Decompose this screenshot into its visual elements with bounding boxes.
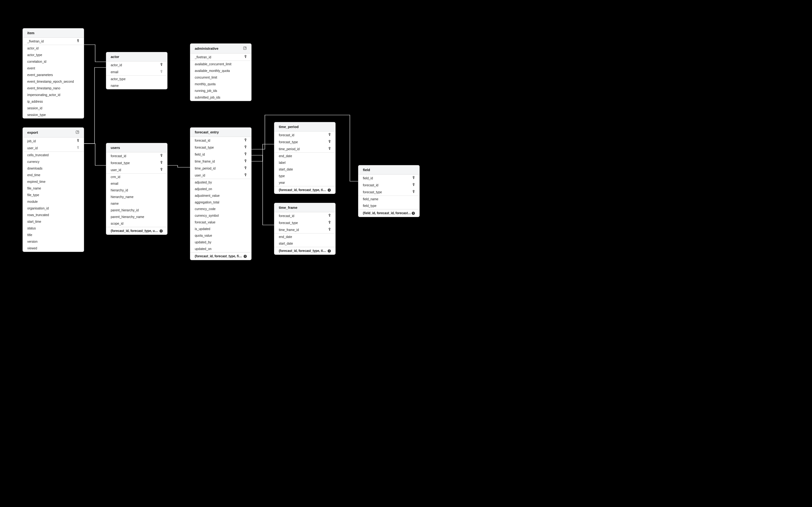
table-header[interactable]: users xyxy=(106,143,167,153)
table-row[interactable]: expired_time xyxy=(23,178,84,185)
table-row[interactable]: scope_id xyxy=(106,220,167,227)
table-header[interactable]: time_frame xyxy=(274,203,335,212)
table-row[interactable]: available_monthly_quota xyxy=(190,67,251,74)
info-icon[interactable]: i xyxy=(412,212,415,215)
table-row[interactable]: currency_symbol xyxy=(190,212,251,219)
table-users[interactable]: usersforecast_idforecast_typeuser_idcrm_… xyxy=(106,143,167,234)
table-row[interactable]: forecast_type xyxy=(274,138,335,146)
table-administrative[interactable]: administrative_fivetran_idavailable_conc… xyxy=(190,44,251,101)
table-row[interactable]: concurrent_limit xyxy=(190,74,251,81)
table-row[interactable]: _fivetran_id xyxy=(23,38,84,45)
table-row[interactable]: currency xyxy=(23,158,84,165)
table-row[interactable]: is_updated xyxy=(190,226,251,232)
info-icon[interactable]: i xyxy=(244,255,247,258)
info-icon[interactable]: i xyxy=(328,188,331,192)
table-row[interactable]: adjusted_by xyxy=(190,179,251,186)
table-row[interactable]: status xyxy=(23,225,84,232)
table-row[interactable]: forecast_id xyxy=(190,137,251,144)
table-export[interactable]: exportjob_iduser_idcells_truncatedcurren… xyxy=(23,128,84,251)
table-row[interactable]: file_type xyxy=(23,192,84,199)
table-row[interactable]: title xyxy=(23,232,84,238)
table-row[interactable]: organisation_id xyxy=(23,205,84,212)
table-row[interactable]: time_period_id xyxy=(190,165,251,172)
table-row[interactable]: event_parameters xyxy=(23,72,84,78)
table-field[interactable]: fieldfield_idforecast_idforecast_typefie… xyxy=(358,165,419,217)
table-row[interactable]: forecast_value xyxy=(190,219,251,226)
table-row[interactable]: impersonating_actor_id xyxy=(23,92,84,98)
table-time_frame[interactable]: time_frameforecast_idforecast_typetime_f… xyxy=(274,203,335,255)
info-icon[interactable]: i xyxy=(328,249,331,252)
table-row[interactable]: user_id xyxy=(23,145,84,152)
table-header[interactable]: administrative xyxy=(190,44,251,54)
table-row[interactable]: updated_by xyxy=(190,239,251,245)
table-row[interactable]: aggregation_total xyxy=(190,199,251,206)
table-row[interactable]: start_date xyxy=(274,240,335,247)
table-row[interactable]: correlation_id xyxy=(23,58,84,65)
table-row[interactable]: end_date xyxy=(274,233,335,240)
table-row[interactable]: name xyxy=(106,200,167,207)
table-row[interactable]: forecast_id xyxy=(106,153,167,159)
table-row[interactable]: quota_value xyxy=(190,232,251,239)
table-row[interactable]: hierarchy_id xyxy=(106,187,167,193)
table-row[interactable]: forecast_type xyxy=(358,188,419,196)
table-row[interactable]: adjusted_on xyxy=(190,186,251,192)
table-header[interactable]: time_period xyxy=(274,122,335,131)
table-row[interactable]: event xyxy=(23,65,84,72)
table-row[interactable]: session_id xyxy=(23,105,84,112)
table-row[interactable]: actor_type xyxy=(23,52,84,58)
table-row[interactable]: actor_id xyxy=(106,61,167,68)
table-row[interactable]: forecast_type xyxy=(190,144,251,151)
table-row[interactable]: crm_id xyxy=(106,174,167,180)
table-row[interactable]: ip_address xyxy=(23,98,84,105)
table-row[interactable]: end_time xyxy=(23,172,84,178)
table-row[interactable]: file_name xyxy=(23,185,84,192)
table-row[interactable]: forecast_id xyxy=(358,181,419,188)
table-row[interactable]: time_period_id xyxy=(274,146,335,153)
table-row[interactable]: job_id xyxy=(23,137,84,145)
table-row[interactable]: updated_on xyxy=(190,245,251,252)
table-row[interactable]: parent_hierarchy_id xyxy=(106,207,167,214)
table-header[interactable]: forecast_entry xyxy=(190,128,251,137)
table-row[interactable]: hierarchy_name xyxy=(106,193,167,200)
table-row[interactable]: field_name xyxy=(358,196,419,203)
table-row[interactable]: forecast_id xyxy=(274,212,335,219)
table-row[interactable]: submitted_job_ids xyxy=(190,94,251,101)
table-row[interactable]: available_concurrent_limit xyxy=(190,61,251,67)
table-row[interactable]: label xyxy=(274,159,335,166)
table-row[interactable]: email xyxy=(106,68,167,76)
table-row[interactable]: time_frame_id xyxy=(190,158,251,165)
table-row[interactable]: forecast_type xyxy=(274,219,335,226)
table-row[interactable]: version xyxy=(23,238,84,245)
table-row[interactable]: monthly_quota xyxy=(190,81,251,88)
table-row[interactable]: parent_hierarchy_name xyxy=(106,214,167,220)
external-link-icon[interactable] xyxy=(75,130,79,135)
table-item[interactable]: item_fivetran_idactor_idactor_typecorrel… xyxy=(23,29,84,118)
table-row[interactable]: currency_code xyxy=(190,206,251,212)
table-row[interactable]: field_type xyxy=(358,203,419,209)
table-row[interactable]: user_id xyxy=(106,166,167,174)
table-header[interactable]: field xyxy=(358,165,419,175)
table-row[interactable]: actor_type xyxy=(106,76,167,82)
table-actor[interactable]: actoractor_idemailactor_typename xyxy=(106,52,167,89)
table-row[interactable]: year xyxy=(274,179,335,186)
table-row[interactable]: name xyxy=(106,82,167,89)
table-header[interactable]: item xyxy=(23,29,84,38)
table-row[interactable]: end_date xyxy=(274,153,335,159)
table-forecast_entry[interactable]: forecast_entryforecast_idforecast_typefi… xyxy=(190,128,251,260)
table-row[interactable]: start_date xyxy=(274,166,335,173)
table-header[interactable]: actor xyxy=(106,52,167,61)
table-row[interactable]: session_type xyxy=(23,112,84,118)
external-link-icon[interactable] xyxy=(243,46,247,51)
table-row[interactable]: type xyxy=(274,173,335,179)
table-row[interactable]: rows_truncated xyxy=(23,212,84,218)
table-row[interactable]: event_timestamp_nano xyxy=(23,85,84,92)
table-row[interactable]: user_id xyxy=(190,172,251,179)
table-row[interactable]: forecast_type xyxy=(106,159,167,166)
table-row[interactable]: actor_id xyxy=(23,45,84,52)
table-row[interactable]: forecast_id xyxy=(274,131,335,138)
table-row[interactable]: field_id xyxy=(358,175,419,181)
table-header[interactable]: export xyxy=(23,128,84,137)
table-row[interactable]: event_timestamp_epoch_second xyxy=(23,78,84,85)
table-row[interactable]: email xyxy=(106,180,167,187)
table-row[interactable]: viewed xyxy=(23,245,84,251)
